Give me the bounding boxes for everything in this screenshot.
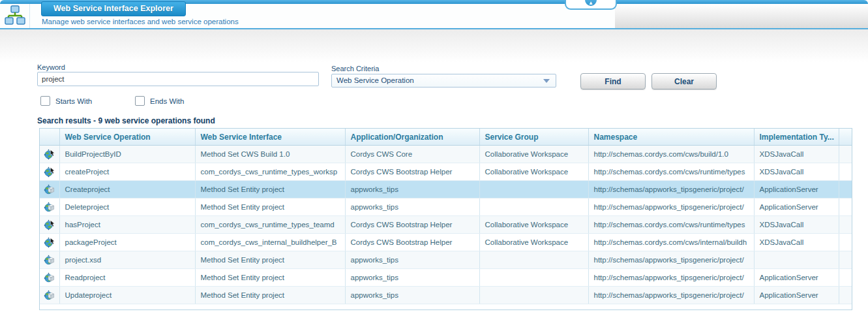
cell-namespace: http://schemas/appworks_tipsgeneric/proj… bbox=[588, 199, 754, 216]
cell-service-group bbox=[479, 251, 588, 269]
cell-namespace: http://schemas.cordys.com/cws/build/1.0 bbox=[588, 146, 754, 163]
column-header-namespace[interactable]: Namespace bbox=[588, 129, 754, 146]
cell-operation: packageProject bbox=[59, 234, 195, 251]
cell-implementation-type: XDSJavaCall bbox=[754, 234, 839, 251]
chevron-down-icon bbox=[543, 79, 550, 83]
cell-operation: Createproject bbox=[59, 181, 195, 199]
cell-organization: Cordys CWS Core bbox=[345, 146, 479, 163]
cell-spacer bbox=[839, 216, 852, 234]
collapse-tab[interactable]: ▲ bbox=[565, 0, 617, 10]
cell-interface: com_cordys_cws_runtime_types_worksp bbox=[195, 163, 345, 181]
cell-spacer bbox=[839, 199, 852, 216]
table-row[interactable]: Updateproject Method Set Entity project … bbox=[40, 287, 852, 304]
cell-interface: Method Set Entity project bbox=[195, 199, 345, 216]
globe-cube-icon bbox=[44, 255, 55, 266]
search-criteria-label: Search Criteria bbox=[331, 65, 379, 72]
column-header-service-group[interactable]: Service Group bbox=[479, 129, 588, 146]
cell-interface: com_cordys_cws_internal_buildhelper_B bbox=[195, 234, 345, 251]
starts-with-label: Starts With bbox=[55, 97, 92, 105]
column-header-implementation-type[interactable]: Implementation Ty... bbox=[754, 129, 839, 146]
find-button[interactable]: Find bbox=[580, 73, 646, 89]
search-criteria-value: Web Service Operation bbox=[337, 76, 414, 84]
row-icon-cell bbox=[40, 163, 59, 181]
cell-operation: Updateproject bbox=[59, 287, 195, 304]
row-icon-cell bbox=[40, 146, 59, 163]
cell-organization: appworks_tips bbox=[345, 251, 479, 269]
cell-interface: Method Set Entity project bbox=[195, 251, 345, 269]
cell-namespace: http://schemas.cordys.com/cws/runtime/ty… bbox=[588, 163, 754, 181]
cell-interface: Method Set Entity project bbox=[195, 287, 345, 304]
row-icon-cell bbox=[40, 287, 59, 304]
cell-operation: Deleteproject bbox=[59, 199, 195, 216]
table-header-row: Web Service Operation Web Service Interf… bbox=[40, 129, 852, 146]
column-header-interface[interactable]: Web Service Interface bbox=[195, 129, 345, 146]
checkbox-icon[interactable] bbox=[135, 96, 145, 106]
cell-organization: appworks_tips bbox=[345, 199, 479, 216]
cell-organization: appworks_tips bbox=[345, 181, 479, 199]
table-row[interactable]: createProject com_cordys_cws_runtime_typ… bbox=[40, 163, 852, 181]
starts-with-checkbox[interactable]: Starts With bbox=[40, 96, 92, 106]
cell-implementation-type: XDSJavaCall bbox=[754, 216, 839, 234]
page-subtitle: Manage web service interfaces and web se… bbox=[42, 18, 239, 25]
cell-implementation-type: ApplicationServer bbox=[754, 269, 839, 287]
row-icon-cell bbox=[40, 234, 59, 251]
cell-organization: appworks_tips bbox=[345, 269, 479, 287]
cell-implementation-type: ApplicationServer bbox=[754, 199, 839, 216]
column-header-organization[interactable]: Application/Organization bbox=[345, 129, 479, 146]
cell-spacer bbox=[839, 251, 852, 269]
search-criteria-select[interactable]: Web Service Operation bbox=[331, 74, 556, 87]
cell-namespace: http://schemas.cordys.com/cws/internal/b… bbox=[588, 234, 754, 251]
globe-arrow-icon bbox=[44, 237, 55, 248]
globe-cube-icon bbox=[44, 290, 55, 301]
cell-organization: Cordys CWS Bootstrap Helper bbox=[345, 216, 479, 234]
column-header-spacer bbox=[839, 129, 852, 146]
globe-arrow-icon bbox=[44, 167, 55, 178]
globe-cube-icon bbox=[44, 184, 55, 195]
results-table-body: BuildProjectByID Method Set CWS Build 1.… bbox=[40, 146, 852, 304]
row-icon-cell bbox=[40, 216, 59, 234]
globe-arrow-icon bbox=[44, 149, 55, 160]
table-row[interactable]: Createproject Method Set Entity project … bbox=[40, 181, 852, 199]
content-top-shade bbox=[0, 29, 868, 62]
row-icon-cell bbox=[40, 199, 59, 216]
keyword-label: Keyword bbox=[37, 63, 65, 71]
table-row[interactable]: project.xsd Method Set Entity project ap… bbox=[40, 251, 852, 269]
ends-with-checkbox[interactable]: Ends With bbox=[135, 96, 184, 106]
cell-service-group: Collaborative Workspace bbox=[479, 146, 588, 163]
cell-service-group: Collaborative Workspace bbox=[479, 234, 588, 251]
keyword-input[interactable] bbox=[37, 72, 319, 86]
cell-spacer bbox=[839, 181, 852, 199]
table-row[interactable]: Deleteproject Method Set Entity project … bbox=[40, 199, 852, 216]
cell-interface: Method Set Entity project bbox=[195, 181, 345, 199]
globe-cube-icon bbox=[44, 202, 55, 213]
app-icon-cell bbox=[0, 4, 30, 28]
cell-service-group: Collaborative Workspace bbox=[479, 163, 588, 181]
table-row[interactable]: BuildProjectByID Method Set CWS Build 1.… bbox=[40, 146, 852, 163]
table-row[interactable]: hasProject com_cordys_cws_runtime_types_… bbox=[40, 216, 852, 234]
cell-spacer bbox=[839, 287, 852, 304]
checkbox-icon[interactable] bbox=[40, 96, 50, 106]
cell-interface: com_cordys_cws_runtime_types_teamd bbox=[195, 216, 345, 234]
clear-button[interactable]: Clear bbox=[651, 73, 717, 89]
cell-operation: BuildProjectByID bbox=[59, 146, 195, 163]
cell-namespace: http://schemas/appworks_tipsgeneric/proj… bbox=[588, 287, 754, 304]
table-row[interactable]: Readproject Method Set Entity project ap… bbox=[40, 269, 852, 287]
cell-interface: Method Set Entity project bbox=[195, 269, 345, 287]
collapse-chevron-icon[interactable]: ▲ bbox=[584, 0, 598, 7]
cell-interface: Method Set CWS Build 1.0 bbox=[195, 146, 345, 163]
cell-implementation-type: XDSJavaCall bbox=[754, 163, 839, 181]
cell-organization: appworks_tips bbox=[345, 287, 479, 304]
globe-arrow-icon bbox=[44, 219, 55, 231]
cell-namespace: http://schemas/appworks_tipsgeneric/proj… bbox=[588, 251, 754, 269]
header-right-shade bbox=[615, 4, 868, 28]
cell-service-group bbox=[479, 269, 588, 287]
globe-cube-icon bbox=[44, 272, 55, 283]
cell-organization: Cordys CWS Bootstrap Helper bbox=[345, 163, 479, 181]
table-row[interactable]: packageProject com_cordys_cws_internal_b… bbox=[40, 234, 852, 251]
cell-operation: hasProject bbox=[59, 216, 195, 234]
column-header-operation[interactable]: Web Service Operation bbox=[59, 129, 195, 146]
page-title: Web Service Interface Explorer bbox=[41, 1, 186, 16]
sitemap-icon bbox=[5, 5, 25, 27]
cell-implementation-type: ApplicationServer bbox=[754, 181, 839, 199]
cell-namespace: http://schemas/appworks_tipsgeneric/proj… bbox=[588, 269, 754, 287]
